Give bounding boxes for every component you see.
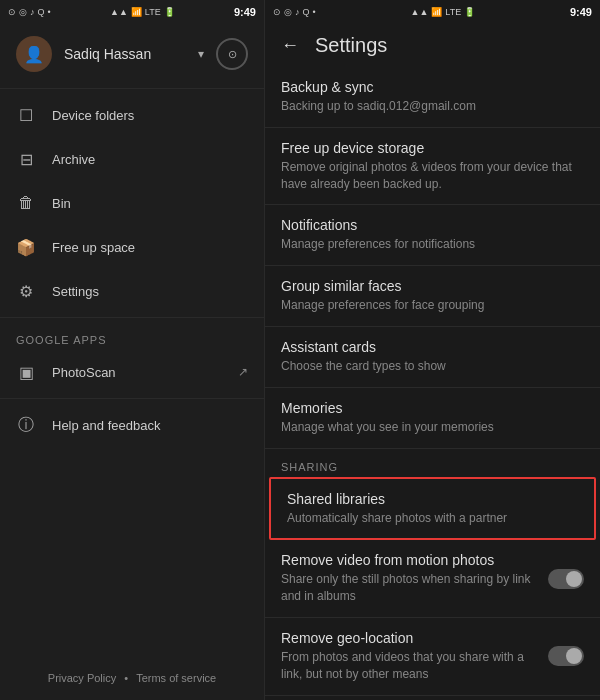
sidebar-item-archive[interactable]: ⊟ Archive	[0, 137, 264, 181]
remove-geo-content: Remove geo-location From photos and vide…	[281, 630, 548, 683]
remove-video-title: Remove video from motion photos	[281, 552, 536, 568]
camera-icon-r: ◎	[284, 7, 292, 17]
backup-desc: Backing up to sadiq.012@gmail.com	[281, 98, 584, 115]
assistant-title: Assistant cards	[281, 339, 584, 355]
toggle-knob-geo	[566, 648, 582, 664]
divider-help	[0, 398, 264, 399]
free-storage-desc: Remove original photos & videos from you…	[281, 159, 584, 193]
sidebar-item-label: Free up space	[52, 240, 248, 255]
remove-video-toggle[interactable]	[548, 569, 584, 589]
system-icons-left: ▲▲ 📶 LTE 🔋	[110, 7, 175, 17]
toggle-knob	[566, 571, 582, 587]
divider-top	[0, 88, 264, 89]
left-panel: ⊙ ◎ ♪ Q • ▲▲ 📶 LTE 🔋 9:49 👤 Sadiq Hassan…	[0, 0, 265, 700]
quora-icon: Q	[38, 7, 45, 17]
free-storage-title: Free up device storage	[281, 140, 584, 156]
back-button[interactable]: ←	[281, 35, 299, 56]
footer-links: Privacy Policy • Terms of service	[0, 672, 264, 684]
status-bar-right: ⊙ ◎ ♪ Q • ▲▲ 📶 LTE 🔋 9:49	[265, 0, 600, 24]
quora-icon-r: Q	[303, 7, 310, 17]
sidebar-item-settings[interactable]: ⚙ Settings	[0, 269, 264, 313]
tiktok-icon: ♪	[30, 7, 35, 17]
notifications-desc: Manage preferences for notifications	[281, 236, 584, 253]
memories-title: Memories	[281, 400, 584, 416]
sidebar-item-help[interactable]: ⓘ Help and feedback	[0, 403, 264, 447]
sidebar-item-bin[interactable]: 🗑 Bin	[0, 181, 264, 225]
remove-geo-toggle[interactable]	[548, 646, 584, 666]
wifi-icon-r: 📶	[431, 7, 442, 17]
account-switcher[interactable]: ⊙	[216, 38, 248, 70]
user-header[interactable]: 👤 Sadiq Hassan ▾ ⊙	[0, 24, 264, 84]
remove-geo-title: Remove geo-location	[281, 630, 536, 646]
camera-icon: ◎	[19, 7, 27, 17]
settings-item-notifications[interactable]: Notifications Manage preferences for not…	[265, 205, 600, 266]
instagram-icon-r: ⊙	[273, 7, 281, 17]
sharing-section-label: SHARING	[265, 449, 600, 477]
scan-icon: ▣	[16, 362, 36, 382]
settings-list: Backup & sync Backing up to sadiq.012@gm…	[265, 67, 600, 700]
settings-item-backup[interactable]: Backup & sync Backing up to sadiq.012@gm…	[265, 67, 600, 128]
shared-libraries-desc: Automatically share photos with a partne…	[287, 510, 578, 527]
archive-icon: ⊟	[16, 149, 36, 169]
remove-video-content: Remove video from motion photos Share on…	[281, 552, 548, 605]
settings-item-free-storage[interactable]: Free up device storage Remove original p…	[265, 128, 600, 206]
gear-icon: ⚙	[16, 281, 36, 301]
settings-item-remove-video[interactable]: Remove video from motion photos Share on…	[265, 540, 600, 618]
signal-icon: ▲▲	[110, 7, 128, 17]
folder-icon: ☐	[16, 105, 36, 125]
battery-icon-r: 🔋	[464, 7, 475, 17]
status-bar-left: ⊙ ◎ ♪ Q • ▲▲ 📶 LTE 🔋 9:49	[0, 0, 264, 24]
right-panel: ⊙ ◎ ♪ Q • ▲▲ 📶 LTE 🔋 9:49 ← Settings Bac…	[265, 0, 600, 700]
google-apps-section-label-right: GOOGLE APPS	[265, 696, 600, 700]
system-icons-right: ▲▲ 📶 LTE 🔋	[410, 7, 475, 17]
signal-icon-r: ▲▲	[410, 7, 428, 17]
remove-geo-desc: From photos and videos that you share wi…	[281, 649, 536, 683]
time-right: 9:49	[570, 6, 592, 18]
google-apps-section-label: GOOGLE APPS	[0, 322, 264, 350]
sidebar-item-label: PhotoScan	[52, 365, 222, 380]
bin-icon: 🗑	[16, 193, 36, 213]
group-faces-desc: Manage preferences for face grouping	[281, 297, 584, 314]
lte-icon: LTE	[145, 7, 161, 17]
wifi-icon: 📶	[131, 7, 142, 17]
sidebar-item-free-up-space[interactable]: 📦 Free up space	[0, 225, 264, 269]
terms-of-service-link[interactable]: Terms of service	[136, 672, 216, 684]
settings-item-assistant[interactable]: Assistant cards Choose the card types to…	[265, 327, 600, 388]
sidebar-item-label: Archive	[52, 152, 248, 167]
instagram-icon: ⊙	[8, 7, 16, 17]
memories-desc: Manage what you see in your memories	[281, 419, 584, 436]
settings-header: ← Settings	[265, 24, 600, 67]
storage-icon: 📦	[16, 237, 36, 257]
settings-item-remove-geo[interactable]: Remove geo-location From photos and vide…	[265, 618, 600, 696]
help-icon: ⓘ	[16, 415, 36, 435]
external-link-icon: ↗	[238, 365, 248, 379]
shared-libraries-title: Shared libraries	[287, 491, 578, 507]
remove-video-desc: Share only the still photos when sharing…	[281, 571, 536, 605]
group-faces-title: Group similar faces	[281, 278, 584, 294]
avatar: 👤	[16, 36, 52, 72]
sidebar-item-photoscan[interactable]: ▣ PhotoScan ↗	[0, 350, 264, 394]
lte-icon-r: LTE	[445, 7, 461, 17]
sidebar-item-label: Help and feedback	[52, 418, 248, 433]
sidebar-item-device-folders[interactable]: ☐ Device folders	[0, 93, 264, 137]
backup-title: Backup & sync	[281, 79, 584, 95]
sidebar-item-label: Bin	[52, 196, 248, 211]
chevron-down-icon: ▾	[198, 47, 204, 61]
settings-title: Settings	[315, 34, 387, 57]
assistant-desc: Choose the card types to show	[281, 358, 584, 375]
divider-google-apps	[0, 317, 264, 318]
app-icons-left: ⊙ ◎ ♪ Q •	[8, 7, 51, 17]
app-icons-right: ⊙ ◎ ♪ Q •	[273, 7, 316, 17]
notifications-title: Notifications	[281, 217, 584, 233]
user-name: Sadiq Hassan	[64, 46, 186, 62]
battery-icon: 🔋	[164, 7, 175, 17]
settings-item-memories[interactable]: Memories Manage what you see in your mem…	[265, 388, 600, 449]
settings-item-shared-libraries[interactable]: Shared libraries Automatically share pho…	[269, 477, 596, 541]
tiktok-icon-r: ♪	[295, 7, 300, 17]
time-left: 9:49	[234, 6, 256, 18]
sidebar-item-label: Settings	[52, 284, 248, 299]
settings-item-group-faces[interactable]: Group similar faces Manage preferences f…	[265, 266, 600, 327]
sidebar-item-label: Device folders	[52, 108, 248, 123]
privacy-policy-link[interactable]: Privacy Policy	[48, 672, 116, 684]
dot-separator: •	[124, 672, 128, 684]
